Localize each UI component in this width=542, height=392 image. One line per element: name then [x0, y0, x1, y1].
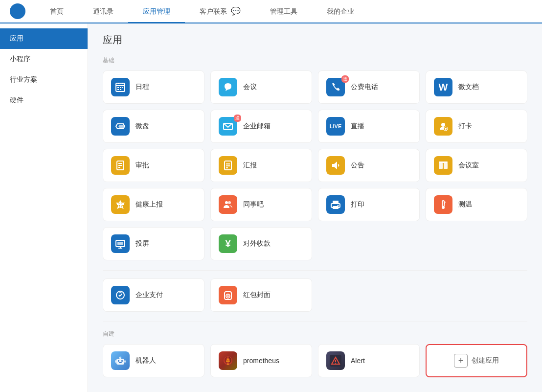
app-robot-name: 机器人 — [136, 356, 156, 365]
sidebar-item-apps[interactable]: 应用 — [0, 28, 88, 49]
wechat-icon: 💬 — [231, 0, 241, 23]
app-robot[interactable]: 机器人 — [103, 344, 204, 377]
app-phone-name: 公费电话 — [351, 83, 378, 92]
app-payment-name: 对外收款 — [243, 239, 271, 248]
app-enterprise-pay-name: 企业支付 — [136, 291, 163, 300]
payment-apps-grid: 企业支付 红包封面 — [103, 278, 527, 312]
app-announcement[interactable]: 公告 — [318, 149, 420, 182]
svg-point-29 — [228, 201, 231, 204]
app-alert-name: Alert — [351, 357, 365, 365]
sidebar: 应用 小程序 行业方案 硬件 — [0, 23, 88, 392]
weidoc-icon: W — [434, 78, 452, 96]
screen-icon — [111, 234, 130, 253]
app-live-name: 直播 — [351, 122, 364, 131]
app-weidisk-name: 微盘 — [136, 122, 149, 131]
main-layout: 应用 小程序 行业方案 硬件 应用 基础 日程 会议 — [0, 23, 542, 392]
svg-rect-41 — [117, 242, 123, 245]
nav-contacts[interactable]: 通讯录 — [78, 0, 128, 23]
svg-point-33 — [338, 205, 339, 207]
main-content: 应用 基础 日程 会议 送 公费电话 — [88, 23, 542, 392]
announcement-icon — [326, 156, 345, 175]
prometheus-icon — [219, 351, 237, 370]
temp-icon — [434, 195, 452, 214]
app-approval[interactable]: 审批 — [103, 149, 204, 182]
svg-rect-48 — [118, 360, 119, 362]
sidebar-item-mini-programs[interactable]: 小程序 — [0, 49, 88, 69]
app-report-name: 汇报 — [243, 161, 257, 170]
svg-rect-32 — [333, 206, 339, 209]
email-icon: 送 — [219, 117, 237, 136]
approval-icon — [111, 156, 130, 175]
app-weidoc[interactable]: W 微文档 — [426, 70, 527, 104]
app-temp[interactable]: 测温 — [426, 188, 527, 221]
app-prometheus-name: prometheus — [243, 357, 279, 365]
print-icon — [326, 195, 345, 214]
nav-customer[interactable]: 客户联系 💬 — [185, 0, 255, 23]
app-alert[interactable]: Alert — [318, 344, 420, 377]
colleagues-icon — [219, 195, 237, 214]
nav-home[interactable]: 首页 — [35, 0, 78, 23]
create-app-label: 创建应用 — [472, 356, 499, 365]
nav-app-management[interactable]: 应用管理 — [128, 0, 185, 23]
create-app-button[interactable]: + 创建应用 — [426, 344, 527, 377]
svg-rect-4 — [117, 87, 119, 88]
app-redpacket[interactable]: 红包封面 — [210, 278, 312, 312]
app-checkin[interactable]: 打卡 — [426, 110, 527, 143]
app-print[interactable]: 打印 — [318, 188, 420, 221]
report-icon — [219, 156, 237, 175]
svg-point-35 — [442, 206, 445, 209]
app-checkin-name: 打卡 — [458, 122, 472, 131]
svg-rect-6 — [122, 87, 123, 88]
app-screen[interactable]: 投屏 — [103, 227, 204, 260]
app-email-name: 企业邮箱 — [243, 122, 271, 131]
section-custom-label: 自建 — [103, 330, 527, 338]
svg-rect-5 — [120, 87, 121, 88]
app-health-name: 健康上报 — [136, 200, 163, 209]
svg-point-52 — [120, 356, 121, 358]
svg-point-28 — [225, 201, 228, 204]
redpacket-icon — [219, 286, 237, 304]
app-report[interactable]: 汇报 — [210, 149, 312, 182]
app-weidisk[interactable]: 微盘 — [103, 110, 204, 143]
svg-rect-8 — [120, 89, 121, 90]
phone-icon: 送 — [326, 78, 345, 96]
svg-rect-34 — [442, 201, 444, 207]
app-redpacket-name: 红包封面 — [243, 291, 271, 300]
app-live[interactable]: LIVE 直播 — [318, 110, 420, 143]
app-phone[interactable]: 送 公费电话 — [318, 70, 420, 104]
plus-icon: + — [454, 354, 468, 368]
enterprise-pay-icon — [111, 286, 130, 304]
app-meetingroom-name: 会议室 — [458, 161, 479, 170]
app-prometheus[interactable]: prometheus — [210, 344, 312, 377]
svg-rect-54 — [124, 360, 126, 363]
app-payment[interactable]: ¥ 对外收款 — [210, 227, 312, 260]
app-schedule[interactable]: 日程 — [103, 70, 204, 104]
schedule-icon — [111, 78, 130, 96]
app-announcement-name: 公告 — [351, 161, 364, 170]
sidebar-item-hardware[interactable]: 硬件 — [0, 90, 88, 111]
live-icon: LIVE — [326, 117, 345, 136]
svg-rect-53 — [115, 360, 116, 363]
svg-point-56 — [227, 363, 229, 365]
app-colleagues[interactable]: 同事吧 — [210, 188, 312, 221]
app-health[interactable]: 健康上报 — [103, 188, 204, 221]
svg-rect-49 — [121, 360, 123, 362]
meetingroom-icon — [434, 156, 452, 175]
app-email[interactable]: 送 企业邮箱 — [210, 110, 312, 143]
sidebar-item-industry[interactable]: 行业方案 — [0, 69, 88, 90]
svg-point-12 — [441, 123, 445, 127]
app-meeting[interactable]: 会议 — [210, 70, 312, 104]
app-print-name: 打印 — [351, 200, 364, 209]
custom-apps-grid: 机器人 prometheus Alert + 创建应用 — [103, 344, 527, 377]
app-enterprise-pay[interactable]: 企业支付 — [103, 278, 204, 312]
svg-rect-23 — [439, 163, 443, 169]
nav-admin-tools[interactable]: 管理工具 — [255, 0, 312, 23]
app-meetingroom[interactable]: 会议室 — [426, 149, 527, 182]
svg-marker-10 — [118, 125, 124, 128]
svg-rect-24 — [444, 163, 448, 169]
basic-apps-grid: 日程 会议 送 公费电话 W 微文档 — [103, 70, 527, 260]
app-approval-name: 审批 — [136, 161, 149, 170]
nav-my-company[interactable]: 我的企业 — [312, 0, 369, 23]
app-meeting-name: 会议 — [243, 83, 257, 92]
meeting-icon — [219, 78, 237, 96]
